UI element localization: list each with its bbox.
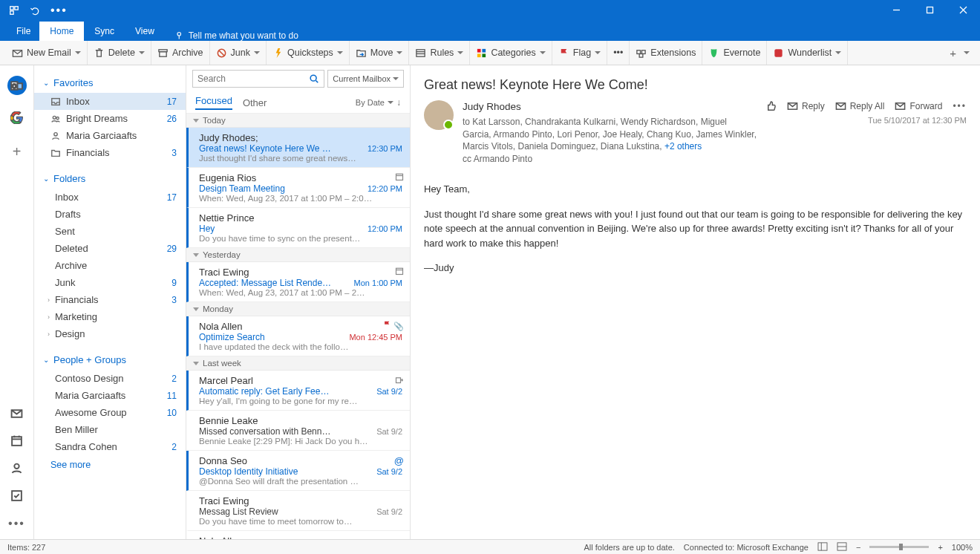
flag-button[interactable]: Flag bbox=[552, 41, 607, 65]
folder-item[interactable]: Junk9 bbox=[34, 274, 186, 291]
folders-header[interactable]: ⌄Folders bbox=[34, 169, 186, 189]
folder-item[interactable]: Maria Garciaafts11 bbox=[34, 387, 186, 404]
view-reading-icon[interactable] bbox=[837, 542, 847, 553]
qat-more-icon[interactable]: ••• bbox=[50, 4, 68, 17]
svg-rect-48 bbox=[818, 542, 827, 550]
folder-item[interactable]: Inbox17 bbox=[34, 93, 186, 110]
message-item[interactable]: @ Donna Seo Desktop Identity InitiativeS… bbox=[186, 451, 410, 491]
rules-button[interactable]: Rules bbox=[409, 41, 470, 65]
folder-item[interactable]: Deleted29 bbox=[34, 240, 186, 257]
tab-focused[interactable]: Focused bbox=[195, 95, 232, 110]
message-item[interactable]: Nettie Prince Hey12:00 PM Do you have ti… bbox=[186, 208, 410, 248]
reply-button[interactable]: Reply bbox=[787, 100, 825, 111]
svg-rect-18 bbox=[483, 48, 486, 52]
rail-mail-icon[interactable] bbox=[10, 407, 23, 423]
view-normal-icon[interactable] bbox=[817, 542, 828, 553]
move-button[interactable]: Move bbox=[350, 41, 410, 65]
folder-item[interactable]: Maria Garciaafts bbox=[34, 127, 186, 144]
folder-item[interactable]: ›Marketing bbox=[34, 308, 186, 325]
recipients-to: to Kat Larsson, Chandrakanta Kulkarni, W… bbox=[463, 116, 757, 153]
categories-button[interactable]: Categories bbox=[470, 41, 552, 65]
account-google-icon[interactable] bbox=[10, 111, 23, 127]
sort-dropdown[interactable]: By Date ↓ bbox=[356, 97, 401, 108]
reply-all-button[interactable]: Reply All bbox=[835, 100, 885, 111]
date-group-header[interactable]: Last week bbox=[186, 356, 410, 371]
message-item[interactable]: Bennie Leake Missed conversation with Be… bbox=[186, 411, 410, 451]
ribbon-toolbar: New Email Delete Archive Junk Quicksteps… bbox=[0, 41, 980, 65]
toolbar-more-icon[interactable]: ••• bbox=[607, 41, 630, 65]
new-email-button[interactable]: New Email bbox=[6, 41, 88, 65]
message-item[interactable]: Judy Rhodes; Great news! Keynote Here We… bbox=[186, 128, 410, 168]
svg-point-36 bbox=[56, 117, 59, 119]
svg-rect-4 bbox=[927, 7, 933, 13]
folder-item[interactable]: Financials3 bbox=[34, 144, 186, 161]
rail-calendar-icon[interactable] bbox=[10, 434, 23, 450]
favorites-header[interactable]: ⌄Favorites bbox=[34, 73, 186, 93]
tab-home[interactable]: Home bbox=[39, 22, 84, 41]
folder-item[interactable]: Ben Miller bbox=[34, 421, 186, 438]
svg-point-35 bbox=[53, 116, 56, 119]
folder-item[interactable]: ›Design bbox=[34, 325, 186, 342]
message-item[interactable]: Nola Allen bbox=[186, 531, 410, 539]
svg-rect-28 bbox=[12, 437, 22, 446]
rail-more-icon[interactable]: ••• bbox=[8, 517, 25, 530]
tab-sync[interactable]: Sync bbox=[84, 22, 125, 41]
svg-rect-20 bbox=[483, 53, 486, 57]
toolbar-options-icon[interactable] bbox=[964, 51, 970, 54]
date-group-header[interactable]: Today bbox=[186, 114, 410, 128]
tab-other[interactable]: Other bbox=[243, 97, 267, 108]
folder-item[interactable]: Bright Dreams26 bbox=[34, 110, 186, 127]
folder-item[interactable]: Contoso Design2 bbox=[34, 370, 186, 387]
like-button[interactable] bbox=[765, 100, 777, 111]
message-item[interactable]: Marcel Pearl Automatic reply: Get Early … bbox=[186, 371, 410, 411]
rail-tasks-icon[interactable] bbox=[10, 489, 23, 505]
zoom-in-button[interactable]: + bbox=[938, 543, 942, 552]
date-group-header[interactable]: Yesterday bbox=[186, 248, 410, 262]
account-outlook-icon[interactable]: O bbox=[7, 76, 27, 95]
message-item[interactable]: Traci Ewing Accepted: Message List Rende… bbox=[186, 262, 410, 302]
title-bar: ••• bbox=[0, 0, 980, 20]
message-item[interactable]: Eugenia Rios Design Team Meeting12:20 PM… bbox=[186, 168, 410, 208]
close-button[interactable] bbox=[947, 0, 980, 20]
undo-icon[interactable] bbox=[30, 5, 40, 16]
quicksteps-button[interactable]: Quicksteps bbox=[267, 41, 350, 65]
wunderlist-button[interactable]: Wunderlist bbox=[767, 41, 848, 65]
add-account-button[interactable]: + bbox=[13, 143, 22, 160]
delete-button[interactable]: Delete bbox=[88, 41, 151, 65]
svg-rect-21 bbox=[637, 50, 641, 53]
message-item[interactable]: Traci Ewing Messag List ReviewSat 9/2 Do… bbox=[186, 491, 410, 531]
tab-file[interactable]: File bbox=[7, 22, 39, 41]
message-list[interactable]: Today Judy Rhodes; Great news! Keynote H… bbox=[186, 114, 410, 539]
folder-item[interactable]: Archive bbox=[34, 257, 186, 274]
message-item[interactable]: 📎 Nola Allen Optimize SearchMon 12:45 PM… bbox=[186, 316, 410, 356]
message-more-icon[interactable]: ••• bbox=[953, 101, 967, 111]
folder-item[interactable]: Drafts bbox=[34, 206, 186, 223]
svg-point-38 bbox=[311, 75, 317, 81]
junk-button[interactable]: Junk bbox=[210, 41, 267, 65]
maximize-button[interactable] bbox=[913, 0, 947, 20]
people-groups-header[interactable]: ⌄People + Groups bbox=[34, 350, 186, 370]
search-input[interactable] bbox=[192, 70, 324, 88]
evernote-button[interactable]: Evernote bbox=[702, 41, 767, 65]
date-group-header[interactable]: Monday bbox=[186, 302, 410, 316]
rail-people-icon[interactable] bbox=[10, 462, 23, 478]
tab-view[interactable]: View bbox=[125, 22, 165, 41]
forward-button[interactable]: Forward bbox=[895, 100, 942, 111]
extensions-button[interactable]: Extensions bbox=[630, 41, 702, 65]
folder-item[interactable]: Sandra Cohen2 bbox=[34, 438, 186, 455]
tell-me-search[interactable]: Tell me what you want to do bbox=[175, 30, 298, 41]
minimize-button[interactable] bbox=[880, 0, 913, 20]
folder-item[interactable]: ›Financials3 bbox=[34, 291, 186, 308]
sender-avatar[interactable] bbox=[424, 100, 454, 130]
email-subject: Great news! Keynote Here We Come! bbox=[424, 77, 967, 93]
folder-item[interactable]: Sent bbox=[34, 223, 186, 240]
see-more-link[interactable]: See more bbox=[34, 455, 186, 475]
search-scope-dropdown[interactable]: Current Mailbox bbox=[327, 70, 404, 88]
archive-button[interactable]: Archive bbox=[151, 41, 210, 65]
zoom-slider[interactable] bbox=[869, 546, 929, 548]
sender-name: Judy Rhodes bbox=[463, 100, 757, 114]
zoom-out-button[interactable]: − bbox=[856, 543, 860, 552]
folder-item[interactable]: Inbox17 bbox=[34, 189, 186, 206]
toolbar-add-icon[interactable]: + bbox=[950, 47, 956, 59]
folder-item[interactable]: Awesome Group10 bbox=[34, 404, 186, 421]
